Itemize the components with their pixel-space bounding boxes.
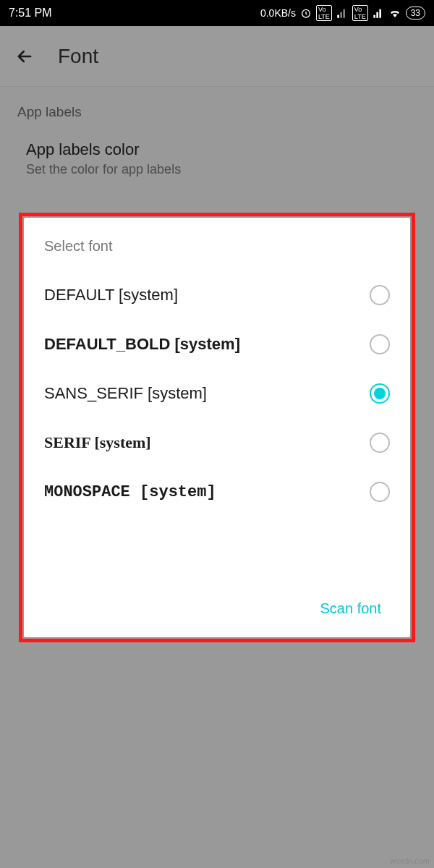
radio-icon[interactable] (370, 433, 390, 453)
font-option-0[interactable]: DEFAULT [system] (44, 271, 390, 320)
radio-icon[interactable] (370, 383, 390, 404)
font-option-label: MONOSPACE [system] (44, 483, 216, 501)
font-option-3[interactable]: SERIF [system] (44, 418, 390, 467)
wifi-icon (388, 7, 401, 20)
font-options-list: DEFAULT [system]DEFAULT_BOLD [system]SAN… (44, 271, 390, 516)
dialog-actions: Scan font (44, 577, 390, 623)
status-right: 0.0KB/s VoLTE VoLTE 33 (260, 5, 425, 21)
volte-icon-1: VoLTE (316, 5, 332, 21)
status-netspeed: 0.0KB/s (260, 7, 296, 19)
radio-icon[interactable] (370, 482, 390, 502)
font-option-label: SANS_SERIF [system] (44, 384, 207, 403)
font-option-2[interactable]: SANS_SERIF [system] (44, 369, 390, 418)
radio-icon[interactable] (370, 285, 390, 305)
font-option-1[interactable]: DEFAULT_BOLD [system] (44, 320, 390, 369)
status-time: 7:51 PM (9, 7, 52, 20)
dialog-title: Select font (44, 238, 390, 255)
annotation-highlight: Select font DEFAULT [system]DEFAULT_BOLD… (19, 213, 415, 642)
signal-icon-1 (336, 7, 348, 19)
alarm-icon (300, 7, 312, 19)
font-option-4[interactable]: MONOSPACE [system] (44, 467, 390, 516)
signal-icon-2 (373, 7, 384, 19)
radio-icon[interactable] (370, 334, 390, 354)
font-option-label: DEFAULT_BOLD [system] (44, 335, 240, 354)
dialog-container: Select font DEFAULT [system]DEFAULT_BOLD… (19, 213, 415, 642)
font-option-label: DEFAULT [system] (44, 286, 178, 305)
volte-icon-2: VoLTE (352, 5, 368, 21)
select-font-dialog: Select font DEFAULT [system]DEFAULT_BOLD… (24, 218, 410, 637)
watermark: wsxdn.com (390, 856, 430, 865)
battery-indicator: 33 (406, 7, 425, 20)
font-option-label: SERIF [system] (44, 433, 151, 452)
status-bar: 7:51 PM 0.0KB/s VoLTE VoLTE 33 (0, 0, 434, 26)
scan-font-button[interactable]: Scan font (311, 595, 390, 623)
